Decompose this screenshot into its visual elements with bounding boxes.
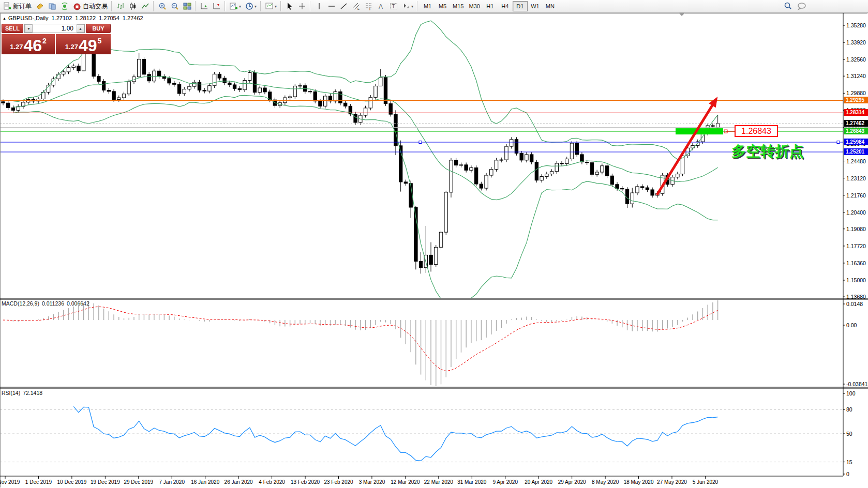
ticket-button[interactable]: [34, 1, 46, 12]
macd-pane: [3, 300, 718, 386]
timeframe-button-M15[interactable]: M15: [450, 1, 466, 11]
macd-name-label: MACD(12,26,9): [2, 300, 39, 307]
templates-button[interactable]: ▾: [263, 1, 279, 12]
autotrading-icon: [73, 2, 81, 10]
text-icon: A: [377, 2, 385, 10]
volume-box: ▼ 1.00 ▲: [24, 24, 85, 33]
timeframe-button-M5[interactable]: M5: [435, 1, 450, 11]
rsi-axis-label: 50: [846, 431, 868, 437]
volume-increase-button[interactable]: ▲: [77, 24, 84, 33]
timeframe-button-H1[interactable]: H1: [483, 1, 498, 11]
macd-axis-label: 0.00: [846, 322, 868, 328]
profile-button[interactable]: [46, 1, 58, 12]
high-value: 1.28122: [75, 15, 96, 21]
toolbar-separator: [260, 1, 262, 11]
turning-point-annotation[interactable]: 多空转折点: [731, 142, 804, 161]
bollinger-lower-band: [13, 95, 717, 301]
toolbar: 新订单 自动交易 ▾ ▾: [0, 0, 868, 13]
candlestick-chart-button[interactable]: [127, 1, 139, 12]
equidistant-channel-button[interactable]: E: [350, 1, 363, 12]
date-tick-label: 9 Apr 2020: [493, 479, 518, 485]
price-badge-1.26843: 1.26843: [844, 128, 868, 134]
horizontal-line-button[interactable]: [325, 1, 338, 12]
chat-button[interactable]: [795, 1, 809, 12]
timeframe-button-M30[interactable]: M30: [466, 1, 482, 11]
timeframe-button-D1[interactable]: D1: [513, 1, 528, 11]
window-splitter-handle[interactable]: [679, 13, 685, 16]
trendline-icon: [340, 2, 348, 10]
buy-price-tile[interactable]: 1.27 49 5: [56, 34, 111, 54]
close-value: 1.27462: [123, 15, 143, 21]
templates-icon: [265, 2, 274, 10]
candlestick-chart-icon: [129, 2, 137, 10]
date-tick-label: 4 Feb 2020: [259, 479, 285, 485]
date-tick-label: 8 May 2020: [592, 479, 619, 485]
price-annotation-box[interactable]: 1.26843: [735, 125, 778, 137]
open-value: 1.27102: [52, 15, 72, 21]
price-badge-1.28314: 1.28314: [844, 109, 868, 116]
line-handle: [837, 141, 840, 144]
macd-main-value: 0.011236: [42, 300, 64, 307]
volume-decrease-button[interactable]: ▼: [25, 24, 33, 33]
crosshair-button[interactable]: [296, 1, 308, 12]
fibonacci-button[interactable]: F: [363, 1, 375, 12]
buy-button[interactable]: BUY: [86, 24, 111, 33]
macd-signal-value: 0.006642: [67, 300, 89, 307]
indicators-button[interactable]: ▾: [228, 1, 243, 12]
rsi-name-label: RSI(14): [2, 390, 20, 396]
sell-price-sup: 2: [42, 37, 47, 45]
text-button[interactable]: A: [375, 1, 387, 12]
macd-label-row: MACD(12,26,9)0.0112360.006642: [2, 300, 92, 307]
auto-scroll-button[interactable]: [198, 1, 211, 12]
timeframe-button-M1[interactable]: M1: [420, 1, 435, 11]
arrows-button[interactable]: ▾: [400, 1, 415, 12]
buy-price-big: 49: [79, 38, 97, 53]
sell-button[interactable]: SELL: [2, 24, 23, 33]
chart-shift-icon: [213, 2, 221, 10]
ohlc-header: ▲ GBPUSD-,Daily 1.27102 1.28122 1.27054 …: [3, 15, 143, 21]
chart-canvas[interactable]: [0, 13, 868, 488]
one-click-trade-panel: SELL ▼ 1.00 ▲ BUY 1.27 46 2 1.27 49 5: [2, 24, 111, 54]
svg-text:F: F: [369, 7, 371, 11]
rsi-pane: [0, 406, 843, 462]
tile-windows-button[interactable]: [181, 1, 193, 12]
collapse-panel-icon[interactable]: ▲: [3, 17, 6, 20]
zoom-out-button[interactable]: [169, 1, 181, 12]
green-highlight-bar: [676, 128, 723, 134]
text-label-icon: T: [390, 2, 398, 10]
search-button[interactable]: [781, 1, 795, 12]
timeframe-button-H4[interactable]: H4: [498, 1, 513, 11]
fibonacci-icon: F: [365, 2, 373, 10]
rsi-value: 72.1418: [23, 390, 42, 396]
timeframe-button-W1[interactable]: W1: [528, 1, 543, 11]
price-badge-1.29295: 1.29295: [844, 97, 868, 103]
new-order-button[interactable]: 新订单: [1, 1, 34, 12]
rsi-axis-label: 80: [846, 406, 868, 413]
line-chart-button[interactable]: [139, 1, 152, 12]
periods-button[interactable]: ▾: [243, 1, 259, 12]
main-pane: [2, 21, 720, 301]
price-tick-label: 1.17720: [846, 243, 868, 249]
date-tick-label: 23 Feb 2020: [324, 479, 353, 485]
rsi-axis-label: 100: [846, 390, 868, 396]
autotrading-button[interactable]: 自动交易: [71, 1, 110, 12]
bar-chart-button[interactable]: [114, 1, 127, 12]
sell-price-tile[interactable]: 1.27 46 2: [2, 34, 55, 54]
cursor-button[interactable]: [283, 1, 296, 12]
timeframe-button-MN[interactable]: MN: [543, 1, 558, 11]
date-tick-label: 31 Mar 2020: [457, 479, 486, 485]
macd-axis-label: -0.038415: [846, 381, 868, 387]
toolbar-separator: [280, 1, 282, 11]
zoom-in-icon: [158, 2, 167, 10]
volume-input[interactable]: 1.00: [33, 24, 77, 33]
vertical-line-button[interactable]: [313, 1, 325, 12]
trendline-button[interactable]: [338, 1, 350, 12]
chart-shift-button[interactable]: [211, 1, 223, 12]
price-tick-label: 1.21760: [846, 192, 868, 199]
tile-windows-icon: [183, 2, 191, 10]
text-label-button[interactable]: T: [387, 1, 400, 12]
toolbar-separator: [224, 1, 227, 11]
zoom-in-button[interactable]: [156, 1, 169, 12]
date-tick-label: 21 Nov 2019: [0, 479, 20, 485]
signal-button[interactable]: [58, 1, 71, 12]
